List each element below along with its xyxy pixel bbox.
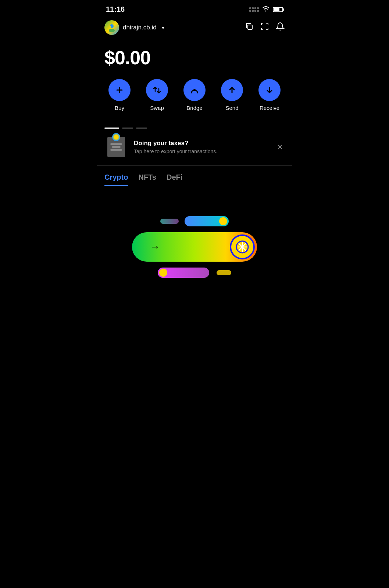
tax-banner[interactable]: Doing your taxes? Tap here to export you…: [97, 129, 292, 166]
status-time: 11:16: [106, 5, 125, 14]
wifi-icon: [262, 6, 270, 13]
tab-indicator-inactive-2: [136, 128, 147, 129]
slider-bottom: [158, 268, 209, 278]
send-button[interactable]: Send: [221, 79, 243, 111]
tab-indicator-inactive-1: [122, 128, 133, 129]
send-icon: [221, 79, 243, 101]
crypto-content: →: [97, 186, 292, 304]
battery-icon: [273, 7, 283, 12]
banner-text: Doing your taxes? Tap here to export you…: [134, 140, 270, 154]
banner-title: Doing your taxes?: [134, 140, 270, 147]
sliders-illustration: →: [125, 216, 264, 278]
status-bar: 11:16: [97, 0, 292, 17]
slider-thumb-top: [219, 217, 227, 225]
send-label: Send: [225, 105, 238, 111]
tax-icon: [104, 135, 128, 159]
slider-main: →: [132, 232, 257, 262]
header: dhirajn.cb.id ▾: [97, 17, 292, 39]
svg-point-7: [193, 89, 196, 91]
svg-point-3: [110, 26, 111, 28]
slider-main-thumb: [230, 234, 255, 259]
slider-accent-left: [160, 219, 179, 224]
slider-thumb-bottom: [159, 269, 167, 277]
slider-row-top: [125, 216, 264, 226]
copy-icon[interactable]: [245, 22, 254, 33]
buy-icon: [108, 79, 131, 101]
banner-subtitle: Tap here to export your transactions.: [134, 148, 270, 154]
account-selector[interactable]: dhirajn.cb.id ▾: [104, 20, 164, 35]
action-buttons: Buy Swap Bridge S: [97, 78, 292, 120]
balance-section: $0.00: [97, 39, 292, 78]
bridge-icon: [183, 79, 206, 101]
close-button[interactable]: ✕: [275, 141, 285, 153]
slider-accent-right: [217, 270, 231, 275]
notification-icon[interactable]: [276, 22, 285, 33]
tab-crypto[interactable]: Crypto: [104, 173, 128, 186]
receive-button[interactable]: Receive: [258, 79, 281, 111]
tabs-section: Crypto NFTs DeFi: [97, 166, 292, 186]
buy-label: Buy: [115, 105, 124, 111]
bridge-button[interactable]: Bridge: [183, 79, 206, 111]
slider-top: [185, 216, 229, 226]
slider-arrow-icon: →: [150, 241, 160, 253]
svg-rect-4: [248, 25, 252, 29]
chevron-down-icon: ▾: [162, 25, 164, 31]
tabs-row: Crypto NFTs DeFi: [104, 173, 285, 186]
header-actions: [245, 22, 285, 33]
svg-point-2: [109, 29, 115, 32]
tab-indicator-active: [104, 128, 119, 129]
svg-point-14: [241, 246, 243, 248]
tab-defi[interactable]: DeFi: [167, 173, 182, 186]
tab-nfts[interactable]: NFTs: [138, 173, 156, 186]
expand-icon[interactable]: [260, 22, 269, 33]
balance-amount: $0.00: [104, 47, 285, 69]
buy-button[interactable]: Buy: [108, 79, 131, 111]
account-name: dhirajn.cb.id: [123, 24, 157, 31]
swap-label: Swap: [150, 105, 164, 111]
avatar: [104, 20, 119, 35]
signal-icon: [249, 7, 259, 12]
receive-icon: [258, 79, 281, 101]
swap-icon: [146, 79, 168, 101]
bridge-label: Bridge: [186, 105, 202, 111]
receive-label: Receive: [260, 105, 279, 111]
tab-indicators: [97, 120, 292, 129]
status-icons: [249, 6, 283, 13]
swap-button[interactable]: Swap: [146, 79, 168, 111]
slider-row-bottom: [125, 268, 264, 278]
